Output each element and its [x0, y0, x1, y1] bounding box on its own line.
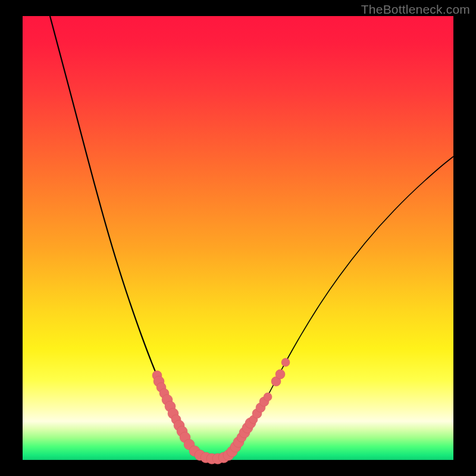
curve-svg	[23, 16, 453, 460]
plot-area	[23, 16, 453, 460]
curve-left	[50, 16, 211, 459]
watermark-text: TheBottleneck.com	[361, 2, 470, 17]
chart-frame: TheBottleneck.com	[0, 0, 476, 476]
curve-right	[211, 156, 453, 459]
data-dot	[264, 393, 272, 401]
data-dots	[152, 358, 290, 464]
data-dot	[275, 369, 285, 379]
data-dot	[281, 358, 290, 367]
